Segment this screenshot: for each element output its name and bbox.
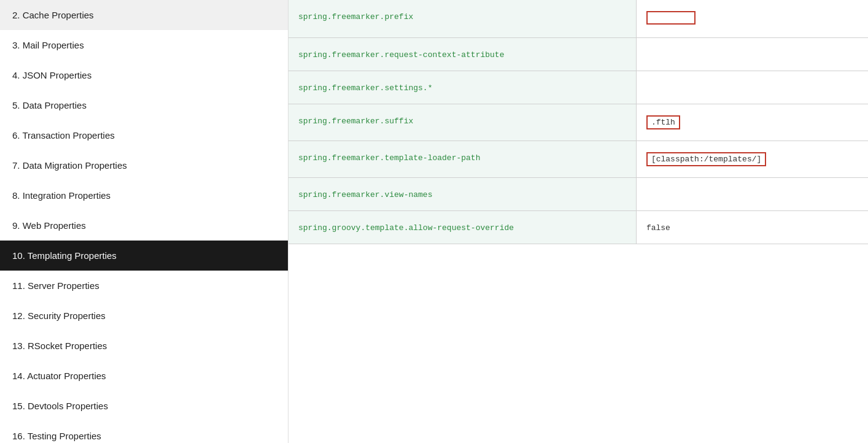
sidebar-item-integration[interactable]: 8. Integration Properties xyxy=(0,180,288,210)
table-row: spring.freemarker.prefix xyxy=(289,0,868,38)
sidebar-item-rsocket[interactable]: 13. RSocket Properties xyxy=(0,331,288,361)
property-key: spring.freemarker.prefix xyxy=(298,12,413,21)
sidebar-item-data[interactable]: 5. Data Properties xyxy=(0,90,288,120)
property-value-boxed: .ftlh xyxy=(646,115,680,129)
property-key-cell: spring.freemarker.view-names xyxy=(289,178,636,211)
table-row: spring.freemarker.suffix.ftlh xyxy=(289,104,868,141)
property-key-cell: spring.freemarker.suffix xyxy=(289,104,636,141)
property-key-cell: spring.freemarker.prefix xyxy=(289,0,636,38)
sidebar-item-templating[interactable]: 10. Templating Properties xyxy=(0,241,288,271)
property-key-cell: spring.groovy.template.allow-request-ove… xyxy=(289,211,636,244)
sidebar-item-server[interactable]: 11. Server Properties xyxy=(0,271,288,301)
property-key-cell: spring.freemarker.settings.* xyxy=(289,71,636,104)
property-value-cell: .ftlh xyxy=(636,104,868,141)
property-value-cell xyxy=(636,71,868,104)
table-row: spring.groovy.template.allow-request-ove… xyxy=(289,211,868,244)
property-value-cell: [classpath:/templates/] xyxy=(636,141,868,178)
sidebar-item-migration[interactable]: 7. Data Migration Properties xyxy=(0,150,288,180)
table-row: spring.freemarker.settings.* xyxy=(289,71,868,104)
table-row: spring.freemarker.template-loader-path[c… xyxy=(289,141,868,178)
property-value-cell: false xyxy=(636,211,868,244)
property-key: spring.freemarker.settings.* xyxy=(298,83,432,93)
property-key: spring.freemarker.view-names xyxy=(298,190,432,199)
sidebar-item-web[interactable]: 9. Web Properties xyxy=(0,210,288,241)
sidebar-item-testing[interactable]: 16. Testing Properties xyxy=(0,421,288,443)
property-key-cell: spring.freemarker.request-context-attrib… xyxy=(289,38,636,71)
sidebar: 2. Cache Properties3. Mail Properties4. … xyxy=(0,0,289,443)
property-value-cell xyxy=(636,38,868,71)
properties-table: spring.freemarker.prefixspring.freemarke… xyxy=(289,0,868,244)
property-key: spring.freemarker.template-loader-path xyxy=(298,153,480,163)
sidebar-item-actuator[interactable]: 14. Actuator Properties xyxy=(0,361,288,391)
sidebar-item-mail[interactable]: 3. Mail Properties xyxy=(0,30,288,60)
table-row: spring.freemarker.request-context-attrib… xyxy=(289,38,868,71)
sidebar-item-security[interactable]: 12. Security Properties xyxy=(0,301,288,331)
property-key: spring.freemarker.suffix xyxy=(298,117,413,126)
property-value-boxed xyxy=(646,11,696,25)
property-value: false xyxy=(646,223,670,233)
sidebar-item-cache[interactable]: 2. Cache Properties xyxy=(0,0,288,30)
property-key: spring.freemarker.request-context-attrib… xyxy=(298,50,504,60)
property-value-cell xyxy=(636,178,868,211)
sidebar-item-devtools[interactable]: 15. Devtools Properties xyxy=(0,391,288,421)
table-row: spring.freemarker.view-names xyxy=(289,178,868,211)
sidebar-item-transaction[interactable]: 6. Transaction Properties xyxy=(0,120,288,150)
main-content: spring.freemarker.prefixspring.freemarke… xyxy=(289,0,868,443)
property-value-cell xyxy=(636,0,868,38)
property-value-boxed: [classpath:/templates/] xyxy=(646,152,766,166)
sidebar-item-json[interactable]: 4. JSON Properties xyxy=(0,60,288,90)
property-key: spring.groovy.template.allow-request-ove… xyxy=(298,223,514,233)
property-key-cell: spring.freemarker.template-loader-path xyxy=(289,141,636,178)
